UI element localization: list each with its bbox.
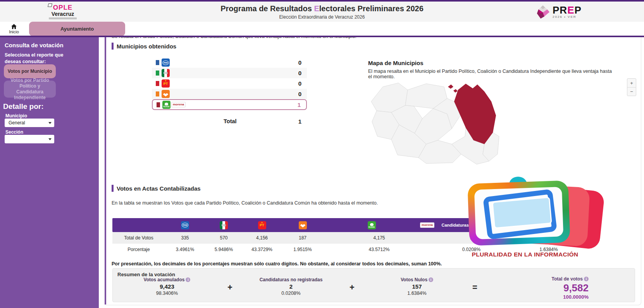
pri-municipios-count: 0 — [298, 70, 307, 76]
page-subtitle: Elección Extraordinaria de Veracruz 2026 — [175, 14, 469, 20]
nulos-total-votes: 157 — [508, 235, 589, 241]
decimals-note: Por presentación, los decimales de los p… — [112, 261, 577, 267]
map-title: Mapa de Municipios — [368, 60, 616, 66]
municipios-list: PAN 0 PRI 0 ★PT 0 0 VERDE — [152, 57, 307, 110]
pri-color-square — [156, 71, 159, 76]
tab-inicio[interactable]: Inicio — [4, 22, 24, 35]
map-block: Mapa de Municipios El mapa resalta en el… — [368, 60, 616, 79]
pan-logo-text: PAN — [182, 223, 188, 227]
municipios-row-verde-morena-leading: VERDE morena 1 — [152, 99, 307, 110]
row-label: Total de Votos — [112, 235, 165, 241]
pan-municipios-count: 0 — [298, 59, 307, 66]
ople-logo-strip — [49, 17, 77, 19]
watermark-circle — [509, 177, 527, 192]
map-zoom-out-button[interactable]: − — [627, 87, 636, 96]
pt-municipios-count: 0 — [298, 80, 307, 87]
report-button-votos-por-municipio[interactable]: Votos por Municipio — [4, 64, 56, 78]
cnr-pct: 0.0208% — [254, 291, 328, 296]
morena-logo-icon: morena — [420, 222, 434, 228]
cnr-header-cell: Candidaturas No Registradas — [434, 223, 508, 228]
map-description: El mapa resalta en el Municipio el Parti… — [368, 69, 616, 79]
cnr-label: Candidaturas no registradas — [254, 277, 328, 282]
pri-logo-icon: PRI — [162, 69, 170, 77]
pt-percentage: 43.3729% — [243, 247, 281, 252]
section-municipios-obtenidos: Municipios obtenidos — [112, 43, 176, 50]
page-title: Programa de Resultados Electorales Preli… — [175, 4, 469, 13]
page-title-part1: Programa de Resultados — [220, 4, 314, 13]
prep-word-accent: E — [567, 4, 574, 16]
plus-operator: + — [350, 282, 355, 293]
mc-header-cell — [281, 221, 324, 229]
municipio-label: Municipio — [5, 113, 27, 119]
detail-title: Detalle por: — [3, 102, 44, 111]
seccion-select[interactable] — [5, 135, 54, 143]
chevron-down-icon — [48, 122, 52, 124]
nulos-header-cell: Votos Nulos — [508, 223, 589, 228]
votos-nulos-block: Votos Nulosi 157 1.6384% — [380, 277, 454, 296]
municipios-row-pan: PAN 0 — [152, 57, 307, 68]
chevron-down-icon — [48, 138, 52, 140]
pan-logo-icon: PAN — [181, 221, 189, 229]
votos-nulos-label: Votos Nulosi — [380, 277, 454, 282]
resumen-panel: Resumen de la votación Votos acumuladosi… — [112, 268, 635, 302]
prep-diamond-icon — [536, 5, 550, 19]
pan-color-square — [156, 60, 159, 65]
verde-morena-total-votes: 4,175 — [324, 235, 434, 241]
municipios-row-mc: 0 — [152, 89, 307, 99]
map-zoom-controls: + − — [627, 78, 636, 96]
map-zoom-in-button[interactable]: + — [627, 79, 636, 87]
tab-inicio-label: Inicio — [9, 29, 19, 34]
votos-acumulados-block: Votos acumuladosi 9,423 98.3406% — [130, 277, 204, 296]
tab-ayuntamiento[interactable]: Ayuntamiento — [29, 22, 125, 36]
actas-description: En la tabla se muestran los Votos que ca… — [112, 200, 577, 206]
section-municipios-title: Municipios obtenidos — [117, 43, 176, 50]
total-votos-label: Total de votosi — [500, 276, 589, 282]
mc-logo-icon — [299, 221, 307, 229]
verde-logo-text: VERDE — [368, 226, 375, 228]
pan-header-cell: PAN — [165, 221, 205, 229]
main-content: Se resalta el Partido Político, Coalició… — [106, 37, 641, 305]
verde-logo-icon: VERDE — [368, 221, 376, 229]
municipios-intro-note: Se resalta el Partido Político, Coalició… — [112, 37, 557, 39]
ople-cube-icon — [48, 3, 52, 7]
total-votos-pct: 100.0000% — [500, 294, 589, 300]
ople-logo-text: OPLE — [40, 4, 86, 11]
page-title-part2: lectorales Preliminares 2026 — [319, 4, 424, 13]
pluralidad-watermark-text: PLURALIDAD EN LA INFORMACIÓN — [465, 251, 585, 258]
municipio-select-value: General — [9, 120, 25, 126]
seccion-label: Sección — [5, 129, 23, 135]
page-title-block: Programa de Resultados Electorales Preli… — [175, 4, 469, 20]
pri-percentage: 5.9486% — [205, 247, 243, 252]
app-header: OPLE Veracruz Programa de Resultados Ele… — [0, 2, 644, 22]
pt-star: ★ — [261, 221, 263, 224]
pan-logo-text: PAN — [162, 60, 169, 65]
pt-color-square — [156, 81, 159, 86]
municipio-select[interactable]: General — [5, 119, 54, 127]
verde-bird — [165, 103, 168, 105]
section-accent-bar — [112, 43, 114, 50]
municipios-map[interactable] — [368, 78, 502, 165]
municipios-total-value: 1 — [298, 118, 307, 125]
mc-logo-icon — [162, 90, 170, 98]
votos-nulos-pct: 1.6384% — [380, 291, 454, 296]
report-button-votos-por-partido[interactable]: Votos por Partido Político y Candidatura… — [4, 81, 56, 98]
municipios-total-row: Total 1 — [152, 117, 307, 126]
plus-operator: + — [227, 282, 232, 293]
verde-logo-icon: VERDE — [162, 101, 170, 109]
verde-morena-logo-pair: VERDEmorena — [324, 221, 434, 229]
info-icon[interactable]: i — [429, 277, 433, 282]
section-votos-actas: Votos en Actas Contabilizadas — [112, 185, 201, 192]
pt-logo-text: PT — [260, 223, 264, 227]
municipios-total-label: Total — [224, 118, 237, 124]
total-votos-value: 9,582 — [500, 282, 589, 293]
info-icon[interactable]: i — [186, 277, 190, 282]
row-label: Porcentaje — [112, 247, 165, 252]
cnr-total-votes: 2 — [434, 235, 508, 241]
verde-bird — [370, 223, 374, 226]
mc-municipios-count: 0 — [298, 91, 307, 97]
info-icon[interactable]: i — [584, 277, 589, 281]
pan-percentage: 3.4961% — [165, 247, 205, 252]
pt-header-cell: ★PT — [243, 221, 281, 229]
votes-table-header: PAN PRI ★PT VERDEmorena Candidaturas No … — [112, 218, 589, 232]
verde-morena-municipios-count: 1 — [298, 102, 306, 108]
